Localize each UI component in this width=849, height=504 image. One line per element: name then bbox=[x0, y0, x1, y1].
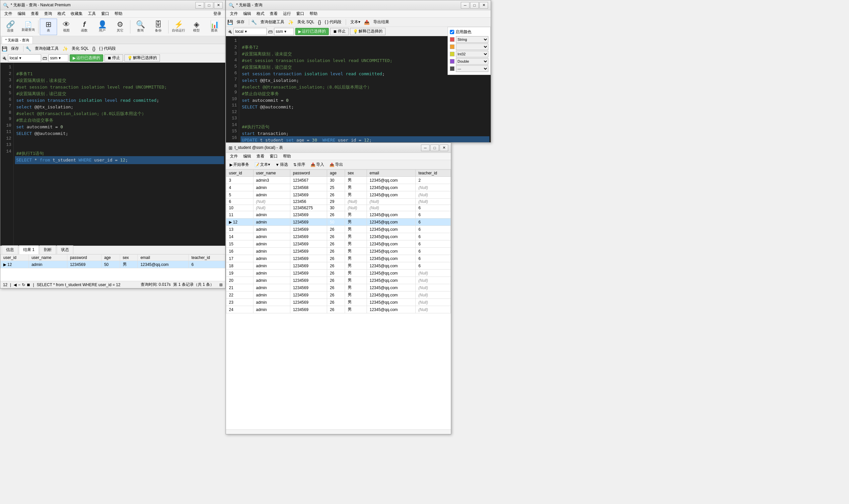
toolbar-chart[interactable]: 📊 图表 bbox=[206, 19, 223, 35]
color-checkbox-input[interactable] bbox=[450, 30, 454, 34]
menu-help[interactable]: 帮助 bbox=[112, 10, 125, 17]
table-export-btn[interactable]: 📤 导出 bbox=[327, 161, 346, 168]
table-row[interactable]: 19 admin 1234569 26 男 12345@qq.com (Null… bbox=[226, 270, 451, 277]
right-stop-btn[interactable]: ⏹ 停止 bbox=[330, 28, 349, 35]
right-close-button[interactable]: ✕ bbox=[479, 2, 488, 8]
color-select-2[interactable] bbox=[456, 43, 488, 50]
toolbar-new-query[interactable]: 📄 新建查询 bbox=[20, 19, 37, 35]
stop-btn-left[interactable]: ⏹ 停止 bbox=[105, 54, 123, 62]
color-select-int32[interactable]: Int32 bbox=[456, 51, 488, 57]
table-scroll-indicator[interactable] bbox=[226, 429, 451, 434]
table-menu-file[interactable]: 文件 bbox=[227, 153, 241, 160]
table-menu-edit[interactable]: 编辑 bbox=[241, 153, 254, 160]
table-row[interactable]: 18 admin 1234569 26 男 12345@qq.com 6 bbox=[226, 262, 451, 270]
color-select-double[interactable]: Double bbox=[456, 58, 488, 65]
create-tool-btn[interactable]: 查询创建工具 bbox=[33, 45, 61, 52]
doc-tab-1[interactable]: * 无标题 - 查询 bbox=[2, 36, 33, 44]
table-row[interactable]: 20 admin 1234569 26 男 12345@qq.com (Null… bbox=[226, 277, 451, 284]
table-menu-window[interactable]: 窗口 bbox=[267, 153, 280, 160]
connection-dropdown-left[interactable]: local ▾ bbox=[8, 54, 41, 62]
color-select-string[interactable]: String bbox=[456, 36, 488, 43]
right-maximize-button[interactable]: □ bbox=[470, 2, 479, 8]
table-menu-help[interactable]: 帮助 bbox=[280, 153, 294, 160]
menu-format[interactable]: 格式 bbox=[55, 10, 68, 17]
table-row[interactable]: 16 admin 1234569 26 男 12345@qq.com 6 bbox=[226, 248, 451, 255]
right-menu-format[interactable]: 格式 bbox=[254, 10, 267, 17]
minimize-button[interactable]: ─ bbox=[195, 2, 204, 8]
toolbar-query[interactable]: 🔍 查询 bbox=[132, 19, 149, 35]
table-row[interactable]: 4 admin 1234568 25 男 12345@qq.com (Null) bbox=[226, 184, 451, 191]
right-code-wrap-btn[interactable]: { } 代码段 bbox=[322, 19, 344, 26]
nav-refresh[interactable]: ↻ bbox=[22, 283, 25, 287]
login-button[interactable]: 登录 bbox=[211, 10, 224, 17]
right-beautify-btn[interactable]: 美化 SQL bbox=[295, 19, 317, 26]
table-row[interactable]: 3 admin3 1234567 30 男 12345@qq.com 2 bbox=[226, 177, 451, 184]
toolbar-backup[interactable]: 🗄 备份 bbox=[149, 19, 167, 35]
tab-status[interactable]: 状态 bbox=[57, 245, 73, 254]
explain-btn-left[interactable]: 💡 解释已选择的 bbox=[124, 54, 160, 62]
table-row[interactable]: ▶ 12 admin 1234569 50 男 12345@qq.com 6 bbox=[226, 218, 451, 226]
table-row[interactable]: 13 admin 1234569 26 男 12345@qq.com 6 bbox=[226, 226, 451, 233]
right-explain-btn[interactable]: 💡 解释已选择的 bbox=[350, 28, 386, 35]
right-save-btn[interactable]: 保存 bbox=[234, 19, 247, 26]
table-text-btn[interactable]: 📝 文本▾ bbox=[252, 161, 272, 168]
menu-window[interactable]: 窗口 bbox=[99, 10, 112, 17]
right-text-btn[interactable]: 文本▾ bbox=[348, 19, 362, 26]
menu-view[interactable]: 查看 bbox=[28, 10, 41, 17]
table-row[interactable]: 24 admin 1234569 26 男 12345@qq.com (Null… bbox=[226, 306, 451, 313]
database-dropdown-left[interactable]: ssm ▾ bbox=[49, 54, 68, 62]
toolbar-view[interactable]: 👁 视图 bbox=[58, 19, 75, 35]
toolbar-model[interactable]: ◈ 模型 bbox=[188, 19, 205, 35]
nav-minus[interactable]: − bbox=[18, 283, 20, 287]
table-row[interactable]: 6 (Null) 123456 29 (Null) (Null) (Null) bbox=[226, 199, 451, 205]
close-button[interactable]: ✕ bbox=[214, 2, 223, 8]
save-btn-left[interactable]: 保存 bbox=[8, 45, 21, 52]
table-filter-btn[interactable]: ▼ 筛选 bbox=[273, 161, 290, 168]
toolbar-func[interactable]: f 函数 bbox=[76, 19, 93, 35]
table-row[interactable]: 14 admin 1234569 26 男 12345@qq.com 6 bbox=[226, 233, 451, 240]
right-create-tool-btn[interactable]: 查询创建工具 bbox=[258, 19, 287, 26]
maximize-button[interactable]: □ bbox=[205, 2, 213, 8]
color-select-dashes[interactable]: --- bbox=[456, 65, 488, 72]
table-row[interactable]: 11 admin 1234569 26 男 12345@qq.com 6 bbox=[226, 211, 451, 218]
left-code-content[interactable]: #事务T1 #设置隔离级别，读未提交 #set session transact… bbox=[14, 63, 225, 246]
code-wrap-btn[interactable]: { } 代码段 bbox=[97, 45, 119, 52]
right-minimize-button[interactable]: ─ bbox=[461, 2, 470, 8]
right-run-selected-btn[interactable]: ▶ 运行已选择的 bbox=[295, 28, 329, 35]
beautify-btn[interactable]: 美化 SQL bbox=[69, 45, 91, 52]
right-export-btn[interactable]: 导出结果 bbox=[371, 19, 391, 26]
table-start-tx-btn[interactable]: ▶ 开始事务 bbox=[227, 161, 251, 168]
table-row[interactable]: 17 admin 1234569 26 男 12345@qq.com 6 bbox=[226, 255, 451, 262]
toolbar-other[interactable]: ⚙ 其它 bbox=[111, 19, 129, 35]
table-minimize-button[interactable]: ─ bbox=[421, 145, 430, 151]
toolbar-table[interactable]: ⊞ 表 bbox=[40, 19, 57, 35]
right-menu-help[interactable]: 帮助 bbox=[307, 10, 320, 17]
table-row[interactable]: 15 admin 1234569 26 男 12345@qq.com 6 bbox=[226, 240, 451, 248]
menu-tools[interactable]: 工具 bbox=[85, 10, 99, 17]
tab-profile[interactable]: 剖析 bbox=[39, 245, 56, 254]
right-connection-dropdown[interactable]: local ▾ bbox=[233, 28, 267, 35]
tab-info[interactable]: 信息 bbox=[2, 245, 18, 254]
table-row[interactable]: 5 admin 1234569 26 男 12345@qq.com (Null) bbox=[226, 191, 451, 199]
table-close-button[interactable]: ✕ bbox=[440, 145, 448, 151]
run-selected-btn-left[interactable]: ▶ 运行已选择的 bbox=[70, 54, 103, 62]
table-row[interactable]: 10 (Null) 123456275 30 (Null) (Null) 6 bbox=[226, 205, 451, 211]
table-row[interactable]: 23 admin 1234569 26 男 12345@qq.com (Null… bbox=[226, 299, 451, 306]
right-menu-edit[interactable]: 编辑 bbox=[241, 10, 254, 17]
right-menu-file[interactable]: 文件 bbox=[227, 10, 241, 17]
toolbar-user[interactable]: 👤 用户 bbox=[93, 19, 111, 35]
table-row[interactable]: ▶ 12 admin 1234569 50 男 12345@qq.com 6 bbox=[1, 261, 225, 268]
right-database-dropdown[interactable]: ssm ▾ bbox=[274, 28, 294, 35]
table-maximize-button[interactable]: □ bbox=[430, 145, 439, 151]
toolbar-connect[interactable]: 🔗 连接 bbox=[2, 19, 19, 35]
right-menu-window[interactable]: 窗口 bbox=[294, 10, 307, 17]
table-row[interactable]: 22 admin 1234569 26 男 12345@qq.com (Null… bbox=[226, 291, 451, 299]
menu-edit[interactable]: 编辑 bbox=[15, 10, 28, 17]
nav-prev[interactable]: ◀ bbox=[14, 283, 17, 287]
menu-file[interactable]: 文件 bbox=[2, 10, 15, 17]
right-menu-run[interactable]: 运行 bbox=[280, 10, 294, 17]
right-menu-view[interactable]: 查看 bbox=[267, 10, 280, 17]
menu-favorites[interactable]: 收藏集 bbox=[68, 10, 85, 17]
enable-color-checkbox[interactable]: 启用颜色 bbox=[450, 29, 488, 35]
menu-query[interactable]: 查询 bbox=[41, 10, 55, 17]
